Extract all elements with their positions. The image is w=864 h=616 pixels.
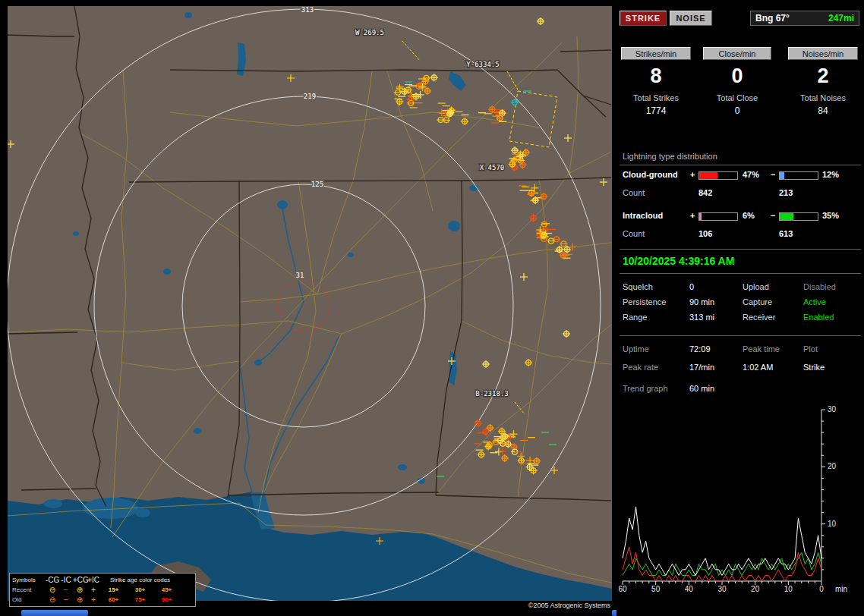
cg-plus-pct: 47%	[743, 170, 759, 179]
close-column: Close/min 0 Total Close 0	[703, 47, 771, 116]
storm-cell-label: W-269.5	[355, 29, 384, 36]
storm-cell-label: B-2318.3	[475, 390, 508, 398]
peak-time-value: 1:02 AM	[743, 363, 773, 372]
legend-age-code: 45+	[153, 586, 180, 593]
close-per-min-button[interactable]: Close/min	[703, 47, 771, 60]
lake	[135, 508, 150, 517]
lake	[398, 464, 407, 470]
y-tick-label: 30	[828, 405, 837, 413]
x-tick-label: 10	[784, 585, 793, 593]
plot-label: Plot	[803, 344, 818, 354]
legend-strike-glyph: −	[59, 596, 73, 604]
x-tick-label: 20	[751, 585, 760, 593]
legend-symbol-type: +CG	[73, 577, 87, 584]
total-close-value: 0	[703, 105, 771, 116]
upload-value: Disabled	[803, 282, 836, 291]
ic-minus-count: 613	[779, 229, 793, 238]
trend-series-total-strikes	[623, 507, 821, 575]
ic-plus-bar-fill	[699, 213, 702, 220]
legend-symbols-header: Symbols	[12, 577, 46, 583]
plot-value: Strike	[803, 363, 825, 372]
receiver-value: Enabled	[803, 313, 834, 322]
strike-indicator-button[interactable]: STRIKE	[620, 11, 667, 26]
minus-sign: −	[771, 211, 775, 220]
total-noises-label: Total Noises	[788, 93, 858, 102]
peak-rate-value: 17/min	[689, 363, 714, 372]
bearing-value: Bng 67°	[755, 13, 790, 24]
plus-sign: +	[690, 211, 695, 220]
uptime-label: Uptime	[623, 344, 649, 354]
capture-label: Capture	[743, 297, 772, 306]
range-ring-label: 219	[304, 93, 316, 100]
noise-indicator-button[interactable]: NOISE	[670, 11, 712, 26]
total-strikes-label: Total Strikes	[621, 93, 691, 102]
lake	[44, 499, 62, 508]
legend-symbol-type: -CG	[46, 577, 59, 584]
copyright-text: ©2005 Astrogenic Systems	[528, 602, 610, 609]
legend-row-label: Recent	[12, 586, 46, 593]
peak-time-label: Peak time	[743, 344, 780, 354]
receiver-label: Receiver	[743, 313, 775, 322]
legend-symbol-type: +IC	[87, 577, 100, 584]
x-tick-label: 40	[685, 585, 694, 593]
uptime-value: 72:09	[689, 344, 711, 354]
range-ring-label: 31	[296, 272, 304, 279]
lake	[194, 428, 201, 434]
legend-strike-glyph: ⊕	[73, 586, 87, 594]
y-tick-label: 20	[828, 462, 837, 470]
separator	[620, 273, 861, 274]
distribution-heading: Lightning type distribution	[623, 152, 717, 161]
taskbar-fragment-left[interactable]	[21, 610, 88, 616]
ic-plus-bar	[698, 212, 738, 221]
total-close-label: Total Close	[703, 93, 771, 102]
cg-count-label: Count	[623, 188, 645, 197]
cg-plus-bar-fill	[699, 172, 717, 179]
range-label: Range	[623, 313, 647, 322]
ic-plus-count: 106	[698, 229, 712, 238]
legend-symbol-type: -IC	[59, 577, 73, 584]
cloud-ground-label: Cloud-ground	[623, 170, 678, 179]
squelch-label: Squelch	[623, 282, 653, 291]
distance-value: 247mi	[828, 13, 854, 24]
intracloud-label: Intracloud	[623, 211, 663, 220]
lake	[448, 221, 460, 231]
cg-plus-count: 842	[698, 188, 712, 197]
map-legend: Symbols-CG-IC+CG+ICStrike age color code…	[9, 573, 196, 607]
legend-row: Old⊖−⊕+60+75+90+	[12, 595, 193, 605]
legend-age-code: 60+	[100, 596, 127, 603]
legend-age-header: Strike age color codes	[100, 577, 180, 583]
lake	[163, 269, 171, 275]
lake	[184, 12, 192, 18]
cg-plus-bar	[698, 171, 738, 180]
range-ring-label: 125	[311, 181, 323, 188]
range-value: 313 mi	[689, 313, 714, 322]
noises-per-min-value: 2	[788, 64, 858, 88]
legend-strike-glyph: ⊖	[46, 596, 59, 604]
noises-per-min-button[interactable]: Noises/min	[788, 47, 858, 60]
datetime-display: 10/20/2025 4:39:16 AM	[623, 255, 734, 267]
x-tick-label: 0	[819, 585, 824, 593]
status-panel: STRIKE NOISE Bng 67° 247mi Strikes/min 8…	[616, 0, 864, 616]
legend-strike-glyph: +	[87, 596, 100, 604]
trend-graph-label: Trend graph	[623, 384, 668, 393]
separator	[620, 249, 861, 250]
strike-map[interactable]: 31125219313W-269.5Y-6334.5X-4570B-2318.3…	[8, 6, 612, 609]
range-ring-label: 313	[301, 6, 314, 14]
legend-strike-glyph: +	[87, 586, 100, 594]
legend-age-code: 15+	[100, 586, 127, 593]
legend-header-row: Symbols-CG-IC+CG+ICStrike age color code…	[12, 575, 193, 585]
cg-minus-bar	[779, 171, 818, 180]
lake	[277, 200, 288, 209]
lake	[73, 231, 79, 236]
x-tick-label: 50	[651, 585, 661, 593]
strike-map-canvas[interactable]: 31125219313W-269.5Y-6334.5X-4570B-2318.3	[8, 6, 612, 601]
legend-strike-glyph: −	[59, 586, 73, 594]
ic-minus-pct: 35%	[822, 211, 839, 220]
upload-label: Upload	[743, 282, 769, 291]
legend-age-code: 90+	[153, 596, 180, 603]
cg-minus-bar-fill	[780, 172, 784, 179]
legend-age-code: 75+	[127, 596, 153, 603]
y-tick-label: 10	[828, 520, 837, 528]
lake	[348, 253, 354, 257]
strikes-per-min-button[interactable]: Strikes/min	[621, 47, 691, 60]
